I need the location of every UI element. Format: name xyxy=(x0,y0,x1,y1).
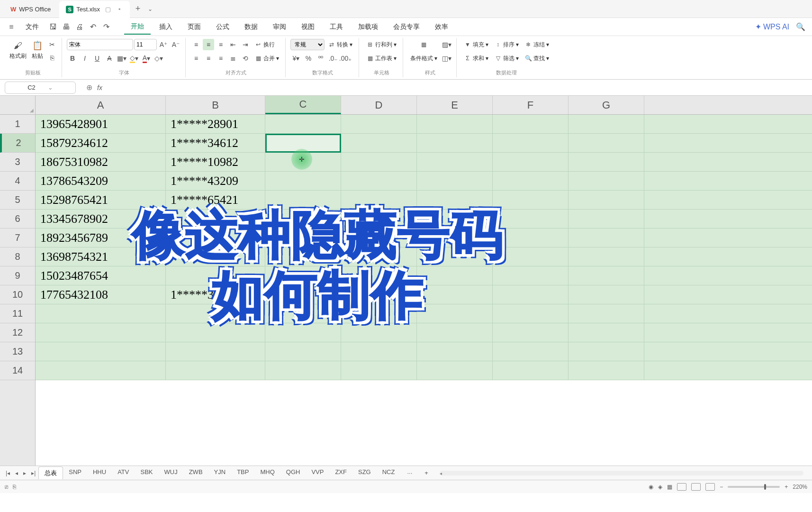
row-header-12[interactable]: 12 xyxy=(0,323,35,342)
sort-button[interactable]: ↕排序▾ xyxy=(492,39,521,50)
sheet-tab-ATV[interactable]: ATV xyxy=(112,466,135,479)
cell-D13[interactable] xyxy=(341,342,417,361)
fill-color-button[interactable]: ◇▾ xyxy=(128,53,140,64)
convert-button[interactable]: ⇄ 转换▾ xyxy=(325,39,355,50)
row-header-13[interactable]: 13 xyxy=(0,342,35,361)
status-record-icon[interactable]: ⎚ xyxy=(5,484,8,490)
cell-B3[interactable]: 1*****10982 xyxy=(166,153,265,171)
row-header-3[interactable]: 3 xyxy=(0,153,35,172)
cell-G11[interactable] xyxy=(568,304,644,323)
cell-B13[interactable] xyxy=(166,342,265,361)
row-header-5[interactable]: 5 xyxy=(0,191,35,210)
find-button[interactable]: 🔍查找▾ xyxy=(522,53,551,64)
view-normal-button[interactable] xyxy=(677,483,686,491)
tab-window-icon[interactable]: ▢ xyxy=(103,6,113,13)
conditional-format-button[interactable]: 条件格式▾ xyxy=(408,53,440,64)
cut-icon[interactable]: ✂ xyxy=(46,39,58,50)
new-tab-button[interactable]: + xyxy=(132,4,144,14)
cell-F3[interactable] xyxy=(493,153,568,171)
cell-G3[interactable] xyxy=(568,153,644,171)
menu-tab-formula[interactable]: 公式 xyxy=(209,20,236,34)
increase-decimal-icon[interactable]: .00₊ xyxy=(340,53,351,64)
column-header-G[interactable]: G xyxy=(568,96,644,114)
wrap-text-button[interactable]: ↩ 换行 xyxy=(252,39,277,50)
formula-bar[interactable]: ⊕ fx xyxy=(80,83,807,92)
cell-D1[interactable] xyxy=(341,115,417,133)
sheet-tab-MHQ[interactable]: MHQ xyxy=(254,466,280,479)
spreadsheet-grid[interactable]: ◢ 1234567891011121314 ABCDEFG 1396542890… xyxy=(0,96,812,466)
cell-D3[interactable] xyxy=(341,153,417,171)
sheet-tab-总表[interactable]: 总表 xyxy=(38,466,63,479)
cell-C13[interactable] xyxy=(265,342,341,361)
row-header-10[interactable]: 10 xyxy=(0,285,35,304)
cell-style-icon[interactable]: ▨▾ xyxy=(441,39,452,50)
cell-A12[interactable] xyxy=(36,323,166,342)
cell-D12[interactable] xyxy=(341,323,417,342)
sheet-prev-icon[interactable]: ◂ xyxy=(13,469,20,477)
menu-tab-efficiency[interactable]: 效率 xyxy=(428,20,455,34)
cell-E14[interactable] xyxy=(417,361,493,380)
cell-E2[interactable] xyxy=(417,134,493,152)
column-header-D[interactable]: D xyxy=(341,96,417,114)
align-top-icon[interactable]: ≡ xyxy=(190,39,202,50)
cell-G12[interactable] xyxy=(568,323,644,342)
column-header-A[interactable]: A xyxy=(36,96,166,114)
sheet-last-icon[interactable]: ▸| xyxy=(29,469,37,477)
freeze-button[interactable]: ❄冻结▾ xyxy=(522,39,551,50)
align-left-icon[interactable]: ≡ xyxy=(190,53,202,64)
cell-E12[interactable] xyxy=(417,323,493,342)
number-format-select[interactable]: 常规 xyxy=(290,39,325,50)
row-header-1[interactable]: 1 xyxy=(0,115,35,134)
zoom-preview-icon[interactable]: ⊕ xyxy=(86,83,92,92)
print-preview-icon[interactable]: 🖨 xyxy=(74,21,85,33)
menu-tab-view[interactable]: 视图 xyxy=(295,20,321,34)
cell-G1[interactable] xyxy=(568,115,644,133)
orientation-icon[interactable]: ⟲ xyxy=(240,53,251,64)
cell-A14[interactable] xyxy=(36,361,166,380)
cell-D4[interactable] xyxy=(341,172,417,190)
sheet-tab-QGH[interactable]: QGH xyxy=(280,466,306,479)
cell-G8[interactable] xyxy=(568,247,644,266)
cell-F8[interactable] xyxy=(493,247,568,266)
cell-G9[interactable] xyxy=(568,266,644,285)
merge-button[interactable]: ▦ 合并▾ xyxy=(252,53,281,64)
cell-G6[interactable] xyxy=(568,210,644,228)
cell-F6[interactable] xyxy=(493,210,568,228)
sheet-tab-TBP[interactable]: TBP xyxy=(231,466,254,479)
bold-button[interactable]: B xyxy=(67,53,78,64)
underline-button[interactable]: U xyxy=(91,53,103,64)
cell-G5[interactable] xyxy=(568,191,644,209)
cell-F7[interactable] xyxy=(493,229,568,247)
hamburger-icon[interactable]: ≡ xyxy=(6,21,17,33)
cell-A4[interactable]: 13786543209 xyxy=(36,172,166,190)
italic-button[interactable]: I xyxy=(79,53,90,64)
cell-G14[interactable] xyxy=(568,361,644,380)
format-icon[interactable]: ◫▾ xyxy=(441,53,452,64)
menu-tab-data[interactable]: 数据 xyxy=(238,20,264,34)
column-header-C[interactable]: C xyxy=(265,96,341,114)
align-center-icon[interactable]: ≡ xyxy=(203,53,214,64)
indent-increase-icon[interactable]: ⇥ xyxy=(240,39,251,50)
undo-icon[interactable]: ↶ xyxy=(87,21,99,33)
row-header-2[interactable]: 2 xyxy=(0,134,35,153)
row-header-7[interactable]: 7 xyxy=(0,229,35,247)
row-header-9[interactable]: 9 xyxy=(0,266,35,285)
sheet-tab-VVP[interactable]: VVP xyxy=(306,466,329,479)
cell-F14[interactable] xyxy=(493,361,568,380)
cell-C14[interactable] xyxy=(265,361,341,380)
font-name-select[interactable] xyxy=(67,39,133,50)
sheet-tab-NCZ[interactable]: NCZ xyxy=(377,466,401,479)
font-color-button[interactable]: A▾ xyxy=(141,53,152,64)
cell-A13[interactable] xyxy=(36,342,166,361)
sheet-tab-YJN[interactable]: YJN xyxy=(208,466,232,479)
cell-F10[interactable] xyxy=(493,285,568,304)
sheet-tab-SZG[interactable]: SZG xyxy=(352,466,377,479)
filter-button[interactable]: ▽筛选▾ xyxy=(492,53,521,64)
cell-F4[interactable] xyxy=(493,172,568,190)
cell-E1[interactable] xyxy=(417,115,493,133)
indent-decrease-icon[interactable]: ⇤ xyxy=(227,39,239,50)
cell-E3[interactable] xyxy=(417,153,493,171)
align-right-icon[interactable]: ≡ xyxy=(215,53,226,64)
cell-D2[interactable] xyxy=(341,134,417,152)
tab-menu-dropdown[interactable]: ⌄ xyxy=(144,6,156,12)
